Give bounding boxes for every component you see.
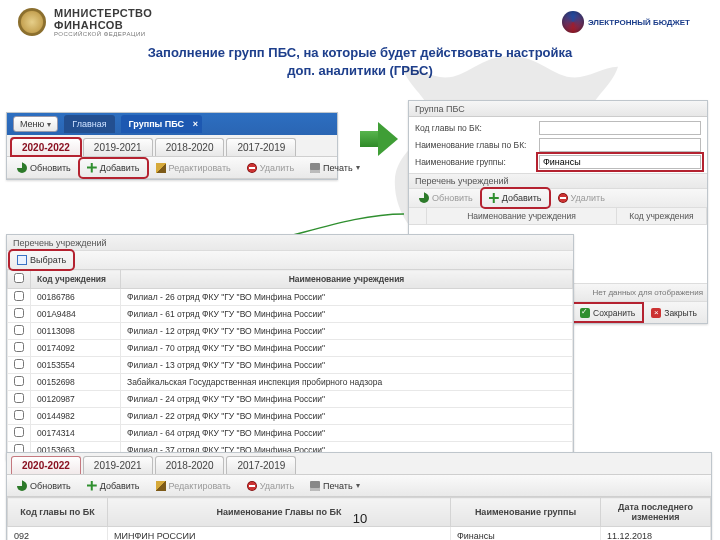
dialog-refresh-button[interactable]: Обновить	[413, 190, 479, 206]
arrow-thin-icon	[226, 232, 406, 233]
delete-icon	[247, 163, 257, 173]
dialog-title: Группа ПБС	[409, 101, 707, 117]
dialog-grid-header: Наименование учреждения Код учреждения	[409, 207, 707, 225]
year-tabs: 2020-2022 2019-2021 2018-2020 2017-2019	[7, 135, 337, 157]
close-button[interactable]: ×Закрыть	[645, 305, 703, 320]
year-tab-2019-2021[interactable]: 2019-2021	[83, 138, 153, 156]
year-tab-2019-2021[interactable]: 2019-2021	[83, 456, 153, 474]
badge-text: ЭЛЕКТРОННЫЙ БЮДЖЕТ	[588, 18, 690, 27]
year-tab-2020-2022[interactable]: 2020-2022	[11, 138, 81, 156]
year-tab-2018-2020[interactable]: 2018-2020	[155, 138, 225, 156]
edit-button[interactable]: Редактировать	[150, 478, 237, 494]
print-button[interactable]: Печать▾	[304, 478, 365, 494]
row-checkbox[interactable]	[14, 342, 24, 352]
add-button[interactable]: Добавить	[81, 478, 146, 494]
save-button[interactable]: Сохранить	[574, 305, 641, 320]
row-checkbox-cell	[8, 408, 31, 425]
refresh-icon	[419, 193, 429, 203]
table-row[interactable]: 00174092Филиал - 70 отряд ФКУ "ГУ "ВО Ми…	[8, 340, 573, 357]
cell-name: Филиал - 22 отряд ФКУ "ГУ "ВО Минфина Ро…	[121, 408, 573, 425]
delete-button[interactable]: Удалить	[241, 160, 300, 176]
dialog-delete-button[interactable]: Удалить	[552, 190, 611, 206]
row-checkbox-cell	[8, 391, 31, 408]
delete-label: Удалить	[260, 163, 294, 173]
dialog-refresh-label: Обновить	[432, 193, 473, 203]
col-checkbox[interactable]	[8, 270, 31, 289]
year-tab-2017-2019[interactable]: 2017-2019	[226, 138, 296, 156]
field-bk-code-input[interactable]	[539, 121, 701, 135]
dialog-add-label: Добавить	[502, 193, 542, 203]
institutions-list-window: Перечень учреждений Выбрать Код учрежден…	[6, 234, 574, 460]
refresh-button[interactable]: Обновить	[11, 478, 77, 494]
field-bk-name-label: Наименование главы по БК:	[415, 140, 535, 150]
row-checkbox[interactable]	[14, 427, 24, 437]
edit-label: Редактировать	[169, 163, 231, 173]
cell-code: 00144982	[31, 408, 121, 425]
save-icon	[580, 308, 590, 318]
institutions-section-label: Перечень учреждений	[7, 235, 573, 251]
cell-name: Филиал - 64 отряд ФКУ "ГУ "ВО Минфина Ро…	[121, 425, 573, 442]
row-checkbox[interactable]	[14, 410, 24, 420]
year-tab-2017-2019[interactable]: 2017-2019	[226, 456, 296, 474]
cell-name: Забайкальская Государственная инспекция …	[121, 374, 573, 391]
dialog-add-button[interactable]: Добавить	[483, 190, 548, 206]
menu-button[interactable]: Меню ▾	[13, 116, 58, 132]
year-tab-2020-2022[interactable]: 2020-2022	[11, 456, 81, 474]
chevron-down-icon: ▾	[356, 163, 360, 172]
table-row[interactable]: 00144982Филиал - 22 отряд ФКУ "ГУ "ВО Ми…	[8, 408, 573, 425]
delete-icon	[558, 193, 568, 203]
system-badge: ЭЛЕКТРОННЫЙ БЮДЖЕТ	[562, 11, 690, 33]
table-row[interactable]: 00152698Забайкальская Государственная ин…	[8, 374, 573, 391]
ministry-line1: МИНИСТЕРСТВО	[54, 7, 152, 19]
tab-groups-pbs[interactable]: Группы ПБС ×	[121, 115, 203, 133]
tab-active-label: Группы ПБС	[129, 119, 185, 129]
badge-icon	[562, 11, 584, 33]
year-tab-2018-2020[interactable]: 2018-2020	[155, 456, 225, 474]
refresh-button[interactable]: Обновить	[11, 160, 77, 176]
table-row[interactable]: 00186786Филиал - 26 отряд ФКУ "ГУ "ВО Ми…	[8, 289, 573, 306]
refresh-label: Обновить	[30, 481, 71, 491]
field-bk-name-input[interactable]	[539, 138, 701, 152]
row-checkbox[interactable]	[14, 325, 24, 335]
row-checkbox[interactable]	[14, 308, 24, 318]
row-checkbox[interactable]	[14, 376, 24, 386]
pager-empty-label: Нет данных для отображения	[593, 288, 703, 297]
row-checkbox-cell	[8, 289, 31, 306]
plus-icon	[87, 163, 97, 173]
table-row[interactable]: 001А9484Филиал - 61 отряд ФКУ "ГУ "ВО Ми…	[8, 306, 573, 323]
select-label: Выбрать	[30, 255, 66, 265]
close-tab-icon[interactable]: ×	[193, 119, 198, 129]
edit-button[interactable]: Редактировать	[150, 160, 237, 176]
cell-name: Филиал - 26 отряд ФКУ "ГУ "ВО Минфина Ро…	[121, 289, 573, 306]
table-row[interactable]: 00113098Филиал - 12 отряд ФКУ "ГУ "ВО Ми…	[8, 323, 573, 340]
row-checkbox-cell	[8, 374, 31, 391]
row-checkbox[interactable]	[14, 393, 24, 403]
tab-home[interactable]: Главная	[64, 115, 114, 133]
header-checkbox[interactable]	[14, 273, 24, 283]
col-bk-name: Наименование Главы по БК	[108, 498, 451, 527]
row-checkbox[interactable]	[14, 359, 24, 369]
table-row[interactable]: 00153554Филиал - 13 отряд ФКУ "ГУ "ВО Ми…	[8, 357, 573, 374]
table-row[interactable]: 00174314Филиал - 64 отряд ФКУ "ГУ "ВО Ми…	[8, 425, 573, 442]
delete-label: Удалить	[260, 481, 294, 491]
row-checkbox-cell	[8, 425, 31, 442]
table-row[interactable]: 00120987Филиал - 24 отряд ФКУ "ГУ "ВО Ми…	[8, 391, 573, 408]
cell-name: Филиал - 61 отряд ФКУ "ГУ "ВО Минфина Ро…	[121, 306, 573, 323]
cell-group-name: Финансы	[451, 527, 601, 541]
print-label: Печать	[323, 481, 352, 491]
print-button[interactable]: Печать▾	[304, 160, 365, 176]
field-group-name-label: Наименование группы:	[415, 157, 535, 167]
delete-button[interactable]: Удалить	[241, 478, 300, 494]
page-number: 10	[353, 511, 367, 526]
field-group-name-input[interactable]	[539, 155, 701, 169]
ministry-name: МИНИСТЕРСТВО ФИНАНСОВ РОССИЙСКОЙ ФЕДЕРАЦ…	[54, 7, 152, 38]
add-button[interactable]: Добавить	[81, 160, 146, 176]
cell-code: 00174092	[31, 340, 121, 357]
close-icon: ×	[651, 308, 661, 318]
select-button[interactable]: Выбрать	[11, 252, 72, 268]
table-row[interactable]: 092 МИНФИН РОССИИ Финансы 11.12.2018	[8, 527, 711, 541]
close-label: Закрыть	[664, 308, 697, 318]
refresh-icon	[17, 163, 27, 173]
row-checkbox[interactable]	[14, 291, 24, 301]
row-checkbox-cell	[8, 306, 31, 323]
